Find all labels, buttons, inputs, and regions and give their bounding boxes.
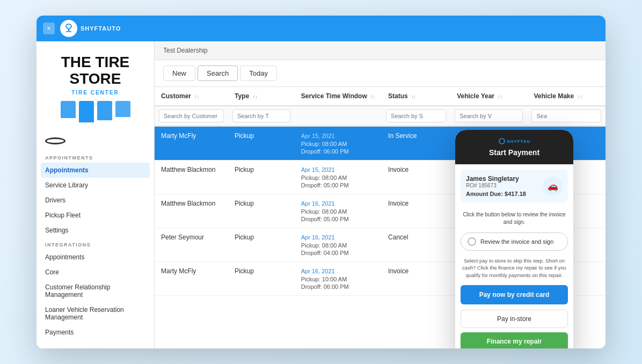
sidebar-item-appointments[interactable]: Appointments <box>41 163 150 178</box>
cell-type: Pickup <box>228 161 295 194</box>
main-content: Test Dealership New Search Today Custome… <box>155 41 605 348</box>
search-year-input[interactable] <box>455 110 523 122</box>
sidebar-logo: THE TIRE STORE TIRE CENTER <box>37 50 154 131</box>
cell-status: Invoice <box>382 262 450 296</box>
cell-customer: Peter Seymour <box>155 228 228 262</box>
sidebar-circle <box>45 137 65 144</box>
pickup-time: Pickup: 08:00 AM <box>301 141 375 147</box>
today-button[interactable]: Today <box>240 65 277 81</box>
col-type[interactable]: Type ↑↓ <box>228 87 295 106</box>
toolbar: New Search Today <box>155 60 605 87</box>
svg-point-0 <box>499 139 505 144</box>
pickup-time: Pickup: 10:00 AM <box>301 276 375 282</box>
col-year[interactable]: Vehicle Year ↑↓ <box>450 87 527 106</box>
close-button[interactable]: × <box>43 23 55 34</box>
cell-service-time: Apr 16, 2021 Pickup: 08:00 AM Dropoff: 0… <box>295 228 382 262</box>
cell-type: Pickup <box>228 262 295 296</box>
col-customer[interactable]: Customer ↑↓ <box>155 87 228 106</box>
cell-status: Invoice <box>382 194 450 228</box>
sidebar-item-settings[interactable]: Settings <box>37 223 154 238</box>
mobile-payment-overlay: SHYFTAUTO Start Payment James Singletary… <box>455 130 573 348</box>
logo-text: SHYFTAUTO <box>81 25 121 32</box>
breadcrumb: Test Dealership <box>155 41 605 60</box>
search-status-input[interactable] <box>386 110 446 122</box>
date-link[interactable]: Apr 15, 2021 <box>301 166 335 173</box>
search-customer-input[interactable] <box>159 110 224 122</box>
date-link[interactable]: Apr 15, 2021 <box>301 133 335 139</box>
dropoff-time: Dropoff: 05:00 PM <box>301 182 375 188</box>
search-button[interactable]: Search <box>198 65 238 81</box>
cell-customer: Marty McFly <box>155 126 228 161</box>
sidebar-item-payments[interactable]: Payments <box>37 325 154 340</box>
cell-service-time: Apr 16, 2021 Pickup: 08:00 AM Dropoff: 0… <box>295 194 382 228</box>
pickup-time: Pickup: 08:00 AM <box>301 174 375 181</box>
review-invoice-button[interactable]: Review the invoice and sign <box>461 232 568 251</box>
cell-service-time: Apr 15, 2021 Pickup: 08:00 AM Dropoff: 0… <box>295 161 382 194</box>
finance-repair-button[interactable]: Finance my repair <box>461 332 568 348</box>
bar-2 <box>79 101 94 122</box>
cell-status: Invoice <box>382 161 450 194</box>
cell-type: Pickup <box>228 194 295 228</box>
date-link[interactable]: Apr 16, 2021 <box>301 234 335 241</box>
cell-customer: Marty McFly <box>155 262 228 296</box>
content-wrapper: Customer ↑↓ Type ↑↓ Service Time Window … <box>155 87 605 348</box>
search-make-input[interactable] <box>531 110 601 122</box>
col-make[interactable]: Vehicle Make ↑↓ <box>527 87 605 106</box>
car-icon: 🚗 <box>543 177 563 196</box>
sidebar: THE TIRE STORE TIRE CENTER APPOINTMENTS … <box>37 41 155 348</box>
mobile-customer-card: James Singletary RO# 185673 Amount Due: … <box>461 170 568 202</box>
logo-icon <box>60 20 77 37</box>
sidebar-item-loaner[interactable]: Loaner Vehicle Reservation Management <box>37 302 154 325</box>
sidebar-bars <box>45 101 145 122</box>
bar-4 <box>115 101 130 117</box>
browser-bar: × SHYFTAUTO <box>37 16 605 41</box>
cell-type: Pickup <box>228 228 295 262</box>
cell-status: In Service <box>382 126 450 161</box>
appointments-section-label: APPOINTMENTS <box>37 151 154 163</box>
integrations-section-label: INTEGRATIONS <box>37 238 154 250</box>
browser-logo: SHYFTAUTO <box>60 20 121 37</box>
svg-text:SHYFTAUTO: SHYFTAUTO <box>507 139 530 144</box>
sidebar-item-crm[interactable]: Customer Relationship Management <box>37 280 154 302</box>
table-header-row: Customer ↑↓ Type ↑↓ Service Time Window … <box>155 87 605 106</box>
sidebar-item-drivers[interactable]: Drivers <box>37 193 154 208</box>
pay-in-store-button[interactable]: Pay in-store <box>461 310 568 328</box>
review-radio <box>468 237 476 246</box>
close-icon: × <box>47 25 50 32</box>
dropoff-time: Dropoff: 06:00 PM <box>301 283 375 290</box>
mobile-card-info: James Singletary RO# 185673 Amount Due: … <box>466 175 539 197</box>
date-link[interactable]: Apr 16, 2021 <box>301 268 335 274</box>
sidebar-item-pickup-fleet[interactable]: Pickup Fleet <box>37 208 154 223</box>
dropoff-time: Dropoff: 05:00 PM <box>301 216 375 222</box>
store-name: THE TIRE STORE <box>45 54 145 88</box>
mobile-amount-due: Amount Due: $417.18 <box>466 191 539 197</box>
sidebar-item-service-library[interactable]: Service Library <box>37 178 154 193</box>
mobile-instruction: Click the button below to review the inv… <box>455 208 573 229</box>
review-btn-label: Review the invoice and sign <box>480 238 553 245</box>
mobile-header-title: Start Payment <box>464 148 565 157</box>
bar-1 <box>61 101 76 118</box>
bar-3 <box>97 101 112 120</box>
cell-service-time: Apr 16, 2021 Pickup: 10:00 AM Dropoff: 0… <box>295 262 382 296</box>
mobile-pay-note: Select pay in-store to skip this step. S… <box>455 254 573 282</box>
col-status[interactable]: Status ↑↓ <box>382 87 450 106</box>
date-link[interactable]: Apr 16, 2021 <box>301 200 335 207</box>
cell-customer: Matthew Blackmon <box>155 161 228 194</box>
mobile-customer-name: James Singletary <box>466 175 539 183</box>
mobile-ro-number: RO# 185673 <box>466 183 539 188</box>
cell-service-time: Apr 15, 2021 Pickup: 08:00 AM Dropoff: 0… <box>295 126 382 161</box>
mobile-brand: SHYFTAUTO <box>464 137 565 146</box>
cell-customer: Matthew Blackmon <box>155 194 228 228</box>
pickup-time: Pickup: 08:00 AM <box>301 242 375 249</box>
mobile-header: SHYFTAUTO Start Payment <box>455 130 573 164</box>
search-type-input[interactable] <box>232 110 290 122</box>
dropoff-time: Dropoff: 04:00 PM <box>301 250 375 256</box>
col-service-time[interactable]: Service Time Window ↑↓ <box>295 87 382 106</box>
pay-credit-card-button[interactable]: Pay now by credit card <box>461 285 568 304</box>
sidebar-item-core[interactable]: Core <box>37 265 154 280</box>
cell-status: Cancel <box>382 228 450 262</box>
new-button[interactable]: New <box>163 65 195 81</box>
store-subtitle: TIRE CENTER <box>45 90 145 96</box>
dropoff-time: Dropoff: 06:00 PM <box>301 148 375 155</box>
sidebar-item-int-appointments[interactable]: Appointments <box>37 250 154 265</box>
